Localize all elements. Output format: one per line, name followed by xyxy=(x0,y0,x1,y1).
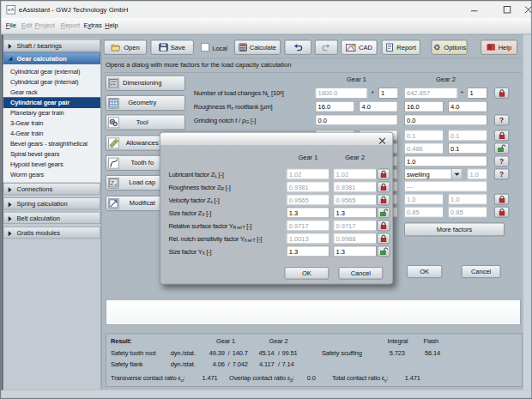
closed-lock-icon xyxy=(498,89,505,98)
row7-gear2-field[interactable]: 1.0 xyxy=(468,169,487,180)
load-changes-gear2-field[interactable]: 642.857 xyxy=(404,88,457,99)
sidebar-item-3-gear-train[interactable]: 3-Gear train xyxy=(3,118,100,129)
sidebar-section-connections[interactable]: Connections xyxy=(3,183,100,195)
save-button[interactable]: Save xyxy=(151,40,194,55)
lubricant-gear1-field[interactable]: 1.02 xyxy=(287,169,329,180)
menu-edit[interactable]: Edit xyxy=(21,22,33,29)
row4-gear2-field-a[interactable]: 0.1 xyxy=(404,130,444,142)
menu-file[interactable]: File xyxy=(6,22,16,29)
velocity-gear1-field[interactable]: 0.9565 xyxy=(287,195,329,206)
sidebar-item-cylindrical-gear-external[interactable]: Cylindrical gear (external) xyxy=(3,66,100,76)
row4-lock-button[interactable] xyxy=(494,130,509,142)
load-changes-gear1-mult-field[interactable]: 1 xyxy=(378,88,398,99)
row7-help-button[interactable]: ? xyxy=(494,169,509,180)
size-y-gear2-field[interactable]: 1.3 xyxy=(334,246,377,257)
row10-gear2-field-b[interactable]: 0.85 xyxy=(448,207,487,218)
size-z-lock-button[interactable] xyxy=(378,208,390,219)
close-button[interactable] xyxy=(522,4,532,16)
rel-surface-gear2-field[interactable]: 0.9717 xyxy=(334,221,377,232)
notch-sensitivity-gear1-field[interactable]: 1.0013 xyxy=(287,233,329,245)
form-cancel-button[interactable]: Cancel xyxy=(462,265,501,278)
sidebar-item-spiral-bevel-gears[interactable]: Spiral bevel gears xyxy=(3,149,100,160)
dialog-cancel-button[interactable]: Cancel xyxy=(339,267,384,279)
rel-surface-gear1-field[interactable]: 0.9717 xyxy=(287,221,329,232)
row9-gear2-field-b[interactable]: 1.0 xyxy=(448,194,487,205)
load-changes-lock-button[interactable] xyxy=(494,88,509,99)
menu-report[interactable]: Report xyxy=(61,22,81,29)
row10-gear2-field-a[interactable]: 0.85 xyxy=(404,207,444,218)
size-y-gear1-field[interactable]: 1.3 xyxy=(287,246,329,257)
roughness-factor-gear1-field[interactable]: 0.9381 xyxy=(287,182,329,193)
dropdown-arrow-icon[interactable] xyxy=(451,169,462,178)
open-button[interactable]: Open xyxy=(104,40,147,55)
local-checkbox[interactable] xyxy=(201,43,209,51)
row5-gear2-field-a[interactable]: 0.486 xyxy=(404,143,444,154)
velocity-lock-button[interactable] xyxy=(378,195,390,206)
roughness-gear2-flank-field[interactable]: 4.0 xyxy=(448,101,487,112)
size-z-gear1-field[interactable]: 1.3 xyxy=(287,208,329,219)
row9-gear2-field-a[interactable]: 1.0 xyxy=(404,194,444,205)
hardening-dropdown[interactable]: swelling xyxy=(404,169,462,180)
load-changes-gear2-mult-field[interactable]: 1 xyxy=(468,88,487,99)
help-button[interactable]: Help xyxy=(481,40,517,55)
roughness-factor-lock-button[interactable] xyxy=(378,182,390,193)
notch-sensitivity-gear2-field[interactable]: 0.9988 xyxy=(334,233,377,245)
roughness-gear1-root-field[interactable]: 16.0 xyxy=(316,101,355,112)
grinding-notch-gear2-field[interactable]: 0.0 xyxy=(404,115,487,126)
row6-gear2-field[interactable]: 1.0 xyxy=(404,156,487,167)
roughness-gear2-root-field[interactable]: 16.0 xyxy=(404,101,444,112)
dialog-ok-button[interactable]: OK xyxy=(285,267,329,279)
dimensioning-button[interactable]: Dimensioning xyxy=(106,76,185,91)
grinding-notch-gear1-field[interactable]: 0.0 xyxy=(316,115,398,126)
size-y-lock-button[interactable] xyxy=(378,246,390,257)
menu-help[interactable]: Help xyxy=(105,22,118,29)
load-changes-gear1-field[interactable]: 1800.0 xyxy=(316,88,368,99)
notch-sensitivity-lock-button[interactable] xyxy=(378,233,390,245)
cad-button[interactable]: CAD xyxy=(342,40,378,55)
geometry-button[interactable]: Geometry xyxy=(106,95,185,111)
sidebar-item-planetary-gear-train[interactable]: Planetary gear train xyxy=(3,108,100,118)
roughness-gear1-flank-field[interactable]: 4.0 xyxy=(360,101,398,112)
tool-button[interactable]: Tool xyxy=(106,115,185,130)
sidebar-item-4-gear-train[interactable]: 4-Gear train xyxy=(3,129,100,139)
sidebar-section-gear-calculation[interactable]: Gear calculation xyxy=(3,52,100,64)
sidebar-section-belt-calculation[interactable]: Belt calculation xyxy=(3,212,100,224)
sidebar-item-hypoid-bevel-gears[interactable]: Hypoid bevel gears xyxy=(3,160,100,170)
menu-project[interactable]: Project xyxy=(35,22,55,29)
lubricant-gear2-field[interactable]: 1.02 xyxy=(334,169,377,180)
rel-surface-lock-button[interactable] xyxy=(378,221,390,232)
closed-lock-icon xyxy=(498,131,505,140)
sidebar-section-spring-calculation[interactable]: Spring calculation xyxy=(3,197,100,209)
sidebar-section-gratis-modules[interactable]: Gratis modules xyxy=(3,227,100,239)
sidebar-section-shaft-bearings[interactable]: Shaft / bearings xyxy=(3,39,100,51)
row5-gear2-field-b[interactable]: 0.1 xyxy=(448,143,487,154)
row10-lock-button[interactable] xyxy=(494,207,509,218)
roughness-factor-gear2-field[interactable]: 0.9381 xyxy=(334,182,377,193)
options-button[interactable]: Options xyxy=(432,40,468,55)
sidebar-item-bevel-gears[interactable]: Bevel gears - straight/helical xyxy=(3,139,100,149)
minimize-button[interactable] xyxy=(468,4,482,16)
report-button[interactable]: Report xyxy=(382,40,420,55)
calculate-button[interactable]: Calculate xyxy=(234,40,281,55)
row4-gear2-field-b[interactable]: 0.1 xyxy=(448,130,487,142)
menu-extras[interactable]: Extras xyxy=(84,22,102,29)
grinding-notch-help-button[interactable]: ? xyxy=(494,115,509,126)
dialog-close-button[interactable] xyxy=(378,136,386,143)
undo-button[interactable] xyxy=(285,40,312,55)
more-factors-button[interactable]: More factors xyxy=(404,223,505,237)
sidebar-item-gear-rack[interactable]: Gear rack xyxy=(3,87,100,97)
safety-scuffing-label: Safety scuffing xyxy=(322,349,362,356)
sidebar-item-worm-gears[interactable]: Worm gears xyxy=(3,170,100,180)
row8-gear2-field[interactable]: --- xyxy=(404,181,487,192)
size-z-gear2-field[interactable]: 1.3 xyxy=(334,208,377,219)
form-ok-button[interactable]: OK xyxy=(407,265,442,278)
sidebar-item-cylindrical-gear-pair[interactable]: Cylindrical gear pair xyxy=(3,97,100,108)
maximize-button[interactable] xyxy=(500,4,515,16)
velocity-gear2-field[interactable]: 0.9565 xyxy=(334,195,377,206)
row5-lock-button[interactable] xyxy=(494,143,509,154)
lubricant-lock-button[interactable] xyxy=(378,169,390,180)
row9-lock-button[interactable] xyxy=(494,194,509,205)
sidebar-item-cylindrical-gear-internal[interactable]: Cylindrical gear (internal) xyxy=(3,76,100,87)
redo-button[interactable] xyxy=(315,40,338,55)
row6-help-button[interactable]: ? xyxy=(494,156,509,167)
